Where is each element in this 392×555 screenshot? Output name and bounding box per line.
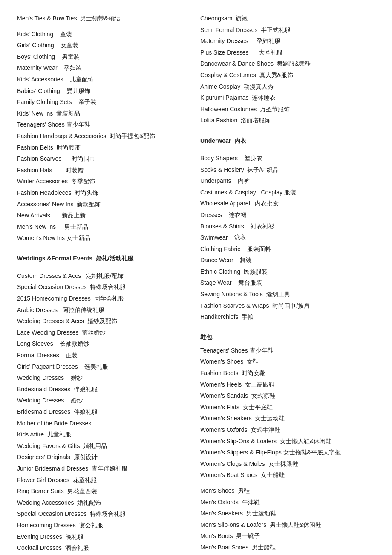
list-item[interactable]: Girls' Pageant Dresses 选美礼服 — [17, 361, 192, 373]
list-item[interactable]: Wedding Dresses 婚纱 — [17, 372, 192, 384]
list-item[interactable]: Underpants 内裤 — [200, 175, 375, 187]
list-item[interactable]: Kigurumi Pajamas 连体睡衣 — [200, 92, 375, 104]
list-item[interactable]: Handkerchiefs 手帕 — [200, 311, 375, 323]
list-item[interactable]: Babies' Clothing 婴儿服饰 — [17, 85, 192, 97]
list-item[interactable]: Women's Heels 女士高跟鞋 — [200, 379, 375, 390]
list-item[interactable]: Cocktail Dresses 酒会礼服 — [17, 542, 192, 554]
list-item[interactable]: Winter Accessories 冬季配饰 — [17, 176, 192, 187]
list-item[interactable]: Wedding Favors & Gifts 婚礼用品 — [17, 440, 192, 452]
list-item[interactable]: Custom Dresses & Accs 定制礼服/配饰 — [17, 270, 192, 282]
list-item[interactable]: Men's Boat Shoes 男士船鞋 — [200, 542, 375, 553]
list-item[interactable]: Ethnic Clothing 民族服装 — [200, 266, 375, 278]
list-item[interactable]: Men's New Ins 男士新品 — [17, 221, 192, 233]
list-item[interactable]: Cosplay & Costumes 真人秀&服饰 — [200, 69, 375, 81]
list-item[interactable]: Teenagers' Shoes 青少年鞋 — [200, 345, 375, 356]
list-item[interactable]: Blouses & Shirts 衬衣衬衫 — [200, 221, 375, 232]
list-item[interactable]: Arabic Dresses 阿拉伯传统礼服 — [17, 304, 192, 316]
list-item[interactable]: New Arrivals 新品上新 — [17, 210, 192, 221]
item-en: Wedding Dresses & Accs — [17, 318, 84, 324]
list-item[interactable]: Fashion Scarves & Wraps 时尚围巾/披肩 — [200, 300, 375, 312]
list-item[interactable]: Maternity Dresses 孕妇礼服 — [200, 35, 375, 47]
list-item[interactable]: Cheongsam 旗袍 — [200, 13, 375, 24]
list-item[interactable]: Kids' Clothing 童装 — [17, 29, 192, 40]
list-item[interactable]: Family Clothing Sets 亲子装 — [17, 96, 192, 108]
list-item[interactable]: Kids' Accessories 儿童配饰 — [17, 74, 192, 85]
list-item[interactable]: Women's Sandals 女式凉鞋 — [200, 390, 375, 402]
list-item[interactable]: Homecoming Dresses 宴会礼服 — [17, 520, 192, 531]
list-item[interactable]: Fashion Belts 时尚腰带 — [17, 142, 192, 153]
list-item[interactable]: Women's Slippers & Flip-Flops 女士拖鞋&平底人字拖 — [200, 447, 375, 458]
list-item[interactable]: Men's Oxfords 牛津鞋 — [200, 497, 375, 508]
list-item[interactable]: Fashion Handbags & Accessories 时尚手提包&配饰 — [17, 130, 192, 142]
list-item[interactable]: Halloween Costumes 万圣节服饰 — [200, 104, 375, 115]
list-item[interactable]: Flower Girl Dresses 花童礼服 — [17, 474, 192, 486]
list-item[interactable]: Mother of the Bride Dresses — [17, 418, 192, 429]
list-item[interactable]: Women's Oxfords 女式牛津鞋 — [200, 424, 375, 436]
list-item[interactable]: Wedding Accessories 婚礼配饰 — [17, 497, 192, 509]
list-item[interactable]: Teenagers' Shoes 青少年鞋 — [17, 119, 192, 130]
item-zh: 时尚头饰 — [75, 189, 98, 196]
list-item[interactable]: Women's Boat Shoes 女士船鞋 — [200, 469, 375, 481]
list-item[interactable]: Lolita Fashion 洛丽塔服饰 — [200, 115, 375, 126]
list-item[interactable]: Special Occasion Dresses 特殊场合礼服 — [17, 508, 192, 520]
list-item[interactable]: Wedding Dresses & Accs 婚纱及配饰 — [17, 315, 192, 327]
list-item[interactable]: Wholesale Apparel 内衣批发 — [200, 198, 375, 209]
list-item[interactable]: Stage Wear 舞台服装 — [200, 277, 375, 289]
list-item[interactable]: Women's New Ins 女士新品 — [17, 232, 192, 244]
list-item[interactable]: Lace Wedding Dresses 蕾丝婚纱 — [17, 327, 192, 338]
item-zh: 男鞋 — [238, 487, 250, 494]
item-zh: 女鞋 — [247, 358, 259, 365]
list-item[interactable]: Clothing Fabric 服装面料 — [200, 243, 375, 255]
list-item[interactable]: Bridesmaid Dresses 伴娘礼服 — [17, 406, 192, 418]
list-item[interactable]: Evening Dresses 晚礼服 — [17, 531, 192, 543]
list-item[interactable]: Women's Flats 女士平底鞋 — [200, 402, 375, 413]
item-en: Costumes & Cosplay — [200, 189, 256, 196]
item-en: Designers' Originals — [17, 454, 70, 460]
list-item[interactable]: Women's Clogs & Mules 女士裸跟鞋 — [200, 458, 375, 470]
list-item[interactable]: Long Sleeves 长袖款婚纱 — [17, 338, 192, 350]
list-item[interactable]: Fashion Headpieces 时尚头饰 — [17, 187, 192, 199]
list-item[interactable]: Semi Formal Dresses 半正式礼服 — [200, 24, 375, 36]
list-item[interactable]: Socks & Hosiery 袜子/针织品 — [200, 164, 375, 176]
list-item[interactable]: Ring Bearer Suits 男花童西装 — [17, 486, 192, 497]
item-en: Flower Girl Dresses — [17, 477, 69, 483]
list-item[interactable]: Girls' Clothing 女童装 — [17, 40, 192, 51]
list-item[interactable]: Women's Slip-Ons & Loafers 女士懒人鞋&休闲鞋 — [200, 436, 375, 447]
list-item[interactable]: Formal Dresses 正装 — [17, 350, 192, 361]
list-item[interactable]: Fashion Scarves 时尚围巾 — [17, 153, 192, 165]
list-item[interactable]: Men's Boots 男士靴子 — [200, 530, 375, 542]
list-item[interactable]: Kids' New Ins 童装新品 — [17, 108, 192, 119]
list-item[interactable]: Kids Attire 儿童礼服 — [17, 429, 192, 440]
list-item[interactable]: Women's Shoes 女鞋 — [200, 356, 375, 367]
list-item[interactable]: Designers' Originals 原创设计 — [17, 451, 192, 463]
list-item[interactable]: 2015 Homecoming Dresses 同学会礼服 — [17, 293, 192, 304]
list-item[interactable]: Body Shapers 塑身衣 — [200, 153, 375, 164]
list-item[interactable]: Men's Shoes 男鞋 — [200, 485, 375, 497]
list-item[interactable]: Fashion Hats 时装帽 — [17, 165, 192, 176]
list-item[interactable]: Bridesmaid Dresses 伴娘礼服 — [17, 384, 192, 395]
list-item[interactable]: Fashion Boots 时尚女靴 — [200, 367, 375, 379]
item-zh: 女式牛津鞋 — [251, 426, 280, 433]
list-item[interactable]: Dresses 连衣裙 — [200, 209, 375, 221]
item-zh: 选美礼服 — [84, 363, 108, 370]
list-item[interactable]: Plus Size Dresses 大号礼服 — [200, 47, 375, 58]
list-item[interactable]: Men's Ties & Bow Ties 男士领带&领结 — [17, 13, 192, 24]
list-item[interactable]: Boys' Clothing 男童装 — [17, 51, 192, 63]
list-item[interactable]: Dancewear & Dance Shoes 舞蹈服&舞鞋 — [200, 58, 375, 69]
list-item[interactable]: Special Occasion Dresses 特殊场合礼服 — [17, 281, 192, 293]
item-zh: 定制礼服/配饰 — [86, 272, 124, 279]
list-item[interactable]: Swimwear 泳衣 — [200, 232, 375, 243]
list-item[interactable]: Women's Sneakers 女士运动鞋 — [200, 413, 375, 424]
list-item[interactable]: Wedding Dresses 婚纱 — [17, 395, 192, 406]
list-item[interactable]: Maternity Wear 孕妇装 — [17, 62, 192, 74]
list-item[interactable]: Accessories' New Ins 新款配饰 — [17, 199, 192, 210]
list-item[interactable]: Men's Sandals 男士凉鞋 — [200, 553, 375, 555]
list-item[interactable]: Anime Cosplay 动漫真人秀 — [200, 81, 375, 92]
item-en: Winter Accessories — [17, 178, 68, 185]
list-item[interactable]: Sewing Notions & Tools 缝纫工具 — [200, 289, 375, 300]
list-item[interactable]: Men's Sneakers 男士运动鞋 — [200, 508, 375, 519]
list-item[interactable]: Dance Wear 舞装 — [200, 254, 375, 266]
list-item[interactable]: Costumes & Cosplay Cosplay 服装 — [200, 187, 375, 198]
list-item[interactable]: Men's Slip-ons & Loafers 男士懒人鞋&休闲鞋 — [200, 519, 375, 531]
list-item[interactable]: Junior Bridesmaid Dresses 青年伴娘礼服 — [17, 463, 192, 474]
